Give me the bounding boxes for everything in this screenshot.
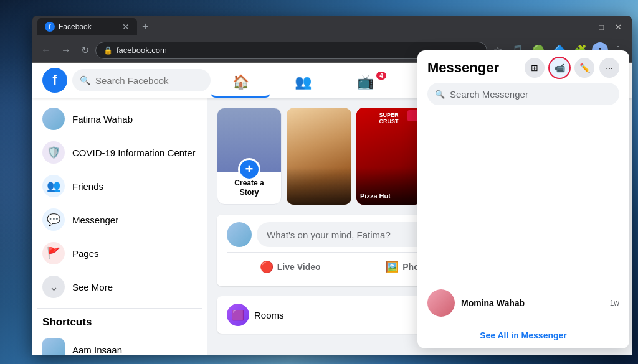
url-text: facebook.com — [117, 45, 167, 55]
messenger-search-icon: 🔍 — [435, 90, 445, 99]
sidebar-item-pages[interactable]: 🚩 Pages — [37, 237, 202, 269]
messenger-search[interactable]: 🔍 Search Messenger — [427, 83, 619, 105]
forward-button[interactable]: → — [57, 41, 75, 60]
create-story-image: + — [217, 108, 281, 172]
aam-insaan-avatar — [42, 338, 65, 355]
live-video-icon: 🔴 — [260, 260, 274, 274]
see-all-messenger-link[interactable]: See All in Messenger — [480, 330, 567, 340]
messenger-user-row[interactable]: Momina Wahab 1w — [417, 284, 629, 322]
nav-tab-home[interactable]: 🏠 — [211, 68, 270, 98]
fb-sidebar: Fatima Wahab 🛡️ COVID-19 Information Cen… — [32, 98, 207, 355]
window-close-button[interactable]: ✕ — [610, 20, 627, 34]
rooms-icon: 🟪 — [227, 304, 249, 326]
messenger-video-button[interactable]: 📹 — [550, 58, 569, 78]
covid-icon: 🛡️ — [42, 141, 65, 164]
sidebar-covid-label: COVID-19 Information Center — [72, 147, 196, 158]
messenger-user-info: Momina Wahab — [461, 298, 604, 308]
sidebar-profile-name: Fatima Wahab — [72, 114, 133, 124]
sidebar-item-profile[interactable]: Fatima Wahab — [37, 103, 202, 135]
browser-tabs: f Facebook ✕ + — [37, 18, 576, 35]
rooms-text: Rooms — [254, 310, 284, 320]
create-story-plus-icon: + — [238, 158, 260, 180]
messenger-user-name: Momina Wahab — [461, 298, 604, 308]
sidebar-pages-label: Pages — [72, 248, 99, 259]
live-video-label: Live Video — [277, 262, 321, 272]
messenger-user-time: 1w — [610, 299, 619, 307]
sidebar-item-covid[interactable]: 🛡️ COVID-19 Information Center — [37, 136, 202, 169]
refresh-button[interactable]: ↻ — [77, 40, 93, 60]
tab-title: Facebook — [59, 22, 118, 31]
friends-icon: 👥 — [42, 175, 65, 197]
profile-avatar — [42, 108, 65, 130]
facebook-logo[interactable]: f — [42, 68, 67, 93]
tab-close-button[interactable]: ✕ — [122, 22, 130, 32]
messenger-footer: See All in Messenger — [417, 322, 629, 348]
sidebar-see-more-label: See More — [72, 282, 113, 292]
messenger-header: Messenger ⊞ 📹 ✏️ ··· — [417, 58, 629, 83]
rooms-left: 🟪 Rooms — [227, 304, 284, 326]
new-tab-button[interactable]: + — [140, 21, 151, 34]
messenger-more-button[interactable]: ··· — [599, 58, 619, 78]
watch-badge: 4 — [376, 72, 386, 80]
window-controls: − □ ✕ — [578, 20, 627, 34]
nav-tab-watch[interactable]: 📺 4 — [335, 68, 395, 98]
window-maximize-button[interactable]: □ — [594, 20, 609, 34]
photo-video-icon: 🖼️ — [385, 260, 399, 274]
post-avatar — [227, 222, 252, 247]
window-minimize-button[interactable]: − — [578, 20, 593, 34]
messenger-sidebar-icon: 💬 — [42, 208, 65, 231]
pizza-story-name: Pizza Hut — [360, 192, 417, 200]
lock-icon: 🔒 — [103, 46, 113, 55]
see-more-icon: ⌄ — [42, 276, 65, 298]
sidebar-friends-label: Friends — [72, 181, 103, 192]
messenger-dropdown: Messenger ⊞ 📹 ✏️ ··· 🔍 Search Messenger … — [417, 50, 629, 348]
pages-icon: 🚩 — [42, 242, 65, 264]
messenger-compose-button[interactable]: ✏️ — [574, 58, 594, 78]
search-icon: 🔍 — [80, 75, 90, 85]
browser-window: f Facebook ✕ + − □ ✕ ← → ↻ 🔒 facebook.co… — [32, 16, 632, 355]
sidebar-item-aam[interactable]: Aam Insaan — [37, 334, 202, 355]
fb-search-bar[interactable]: 🔍 — [72, 69, 211, 91]
story-card-cat[interactable] — [287, 108, 351, 205]
browser-tab-active[interactable]: f Facebook ✕ — [37, 18, 137, 35]
sidebar-item-friends[interactable]: 👥 Friends — [37, 170, 202, 202]
nav-tab-friends[interactable]: 👥 — [273, 68, 333, 98]
live-video-button[interactable]: 🔴 Live Video — [227, 255, 353, 279]
tab-favicon: f — [45, 22, 55, 32]
messenger-title: Messenger — [427, 60, 499, 76]
sidebar-divider — [37, 308, 202, 309]
create-story-text: Create aStory — [234, 179, 264, 198]
messenger-chat-list — [417, 110, 629, 284]
post-placeholder-text: What's on your mind, Fatima? — [267, 230, 391, 240]
story-gradient — [287, 167, 351, 205]
sidebar-item-messenger[interactable]: 💬 Messenger — [37, 203, 202, 236]
messenger-grid-button[interactable]: ⊞ — [525, 58, 545, 78]
messenger-actions: ⊞ 📹 ✏️ ··· — [525, 58, 619, 78]
browser-titlebar: f Facebook ✕ + − □ ✕ — [32, 16, 632, 38]
search-input[interactable] — [95, 75, 203, 86]
messenger-user-avatar — [427, 289, 455, 317]
back-button[interactable]: ← — [37, 41, 55, 60]
create-story-card[interactable]: + Create aStory — [217, 108, 282, 205]
story-card-pizza[interactable]: SUPERCRUST Pizza Hut — [356, 108, 421, 205]
shortcuts-header: Shortcuts — [37, 314, 202, 331]
sidebar-messenger-label: Messenger — [72, 215, 118, 225]
messenger-search-placeholder: Search Messenger — [450, 89, 528, 100]
sidebar-aam-label: Aam Insaan — [72, 345, 122, 355]
sidebar-item-see-more[interactable]: ⌄ See More — [37, 271, 202, 303]
